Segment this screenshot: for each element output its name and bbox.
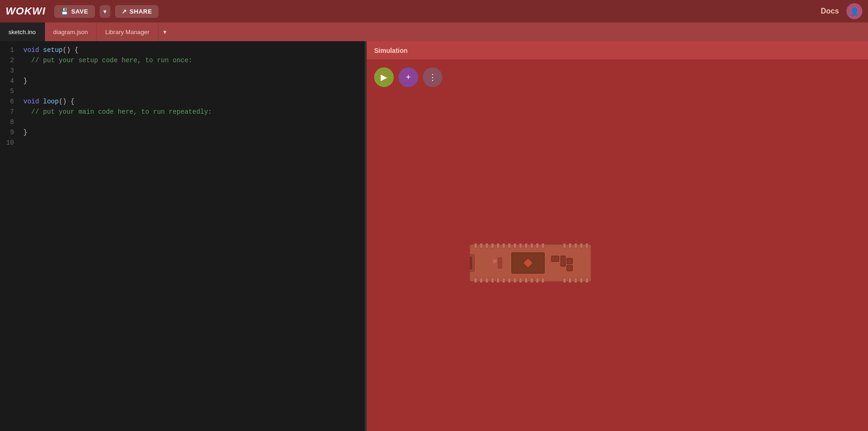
ellipsis-icon: ⋮	[428, 72, 437, 82]
svg-rect-15	[569, 243, 571, 248]
arduino-board[interactable]	[470, 240, 591, 286]
tab-diagram-label: diagram.json	[53, 29, 88, 36]
svg-rect-44	[567, 265, 572, 271]
svg-rect-12	[536, 243, 539, 248]
svg-rect-14	[563, 243, 566, 248]
tab-sketch-label: sketch.ino	[8, 29, 36, 36]
tab-library[interactable]: Library Manager	[97, 22, 159, 41]
svg-rect-26	[514, 278, 516, 283]
share-label: SHARE	[130, 8, 152, 15]
svg-rect-3	[485, 243, 488, 248]
svg-rect-16	[574, 243, 577, 248]
svg-rect-46	[493, 259, 497, 263]
main-area: 1 2 3 4 5 6 7 8 9 10 void setup() { // p…	[0, 41, 868, 431]
svg-rect-19	[474, 278, 477, 283]
svg-rect-29	[530, 278, 533, 283]
svg-rect-8	[514, 243, 516, 248]
svg-rect-38	[470, 256, 472, 270]
code-editor[interactable]: void setup() { // put your setup code he…	[20, 41, 365, 431]
svg-rect-23	[497, 278, 499, 283]
svg-rect-22	[491, 278, 494, 283]
line-num-9: 9	[0, 127, 20, 138]
line-num-5: 5	[0, 86, 20, 96]
avatar[interactable]: 👤	[846, 3, 862, 19]
svg-rect-25	[508, 278, 511, 283]
svg-rect-13	[542, 243, 544, 248]
svg-rect-6	[502, 243, 505, 248]
svg-rect-36	[586, 278, 588, 283]
svg-rect-17	[580, 243, 583, 248]
chevron-down-icon: ▾	[163, 28, 166, 36]
line-num-4: 4	[0, 76, 20, 86]
simulation-header: Simulation	[367, 41, 868, 60]
tab-library-label: Library Manager	[105, 29, 150, 36]
share-button[interactable]: ↗ SHARE	[115, 5, 159, 18]
svg-rect-41	[551, 256, 559, 262]
svg-rect-27	[519, 278, 522, 283]
simulation-pane: Simulation ▶ + ⋮	[367, 41, 868, 431]
svg-rect-1	[474, 243, 477, 248]
save-icon: 💾	[61, 8, 69, 15]
svg-rect-20	[480, 278, 483, 283]
line-num-1: 1	[0, 45, 20, 55]
more-options-button[interactable]: ⋮	[423, 67, 442, 87]
svg-rect-30	[536, 278, 539, 283]
svg-rect-28	[525, 278, 528, 283]
editor-pane: 1 2 3 4 5 6 7 8 9 10 void setup() { // p…	[0, 41, 365, 431]
docs-link[interactable]: Docs	[821, 7, 839, 15]
play-button[interactable]: ▶	[374, 67, 394, 87]
svg-rect-34	[574, 278, 577, 283]
tabs-bar: sketch.ino diagram.json Library Manager …	[0, 22, 868, 41]
line-num-6: 6	[0, 96, 20, 107]
topbar-right: Docs 👤	[821, 3, 862, 19]
editor-content[interactable]: 1 2 3 4 5 6 7 8 9 10 void setup() { // p…	[0, 41, 365, 431]
line-num-2: 2	[0, 55, 20, 66]
svg-rect-4	[491, 243, 494, 248]
line-num-3: 3	[0, 66, 20, 76]
svg-rect-43	[567, 258, 572, 264]
svg-rect-21	[485, 278, 488, 283]
simulation-canvas[interactable]	[367, 95, 868, 431]
line-num-8: 8	[0, 117, 20, 127]
svg-rect-7	[508, 243, 511, 248]
save-button[interactable]: 💾 SAVE	[54, 5, 95, 18]
svg-rect-31	[542, 278, 544, 283]
svg-rect-9	[519, 243, 522, 248]
simulation-toolbar: ▶ + ⋮	[367, 60, 868, 95]
svg-rect-10	[525, 243, 528, 248]
play-icon: ▶	[381, 72, 387, 82]
svg-rect-2	[480, 243, 483, 248]
svg-rect-45	[498, 257, 502, 269]
share-icon: ↗	[122, 8, 127, 15]
save-dropdown-button[interactable]: ▾	[100, 5, 110, 18]
save-label: SAVE	[71, 8, 88, 15]
tab-more-button[interactable]: ▾	[159, 22, 171, 41]
plus-icon: +	[406, 73, 411, 82]
avatar-icon: 👤	[850, 7, 859, 16]
line-numbers: 1 2 3 4 5 6 7 8 9 10	[0, 41, 20, 431]
svg-rect-18	[586, 243, 588, 248]
simulation-title: Simulation	[374, 47, 408, 54]
line-num-10: 10	[0, 138, 20, 148]
svg-rect-32	[563, 278, 566, 283]
svg-rect-35	[580, 278, 583, 283]
add-component-button[interactable]: +	[398, 67, 418, 87]
svg-rect-11	[530, 243, 533, 248]
svg-rect-5	[497, 243, 499, 248]
svg-rect-24	[502, 278, 505, 283]
svg-rect-33	[569, 278, 571, 283]
svg-rect-42	[561, 256, 565, 266]
line-num-7: 7	[0, 107, 20, 117]
tab-sketch[interactable]: sketch.ino	[0, 22, 45, 41]
app-logo: WOKWI	[6, 5, 46, 17]
topbar: WOKWI 💾 SAVE ▾ ↗ SHARE Docs 👤	[0, 0, 868, 22]
tab-diagram[interactable]: diagram.json	[45, 22, 97, 41]
